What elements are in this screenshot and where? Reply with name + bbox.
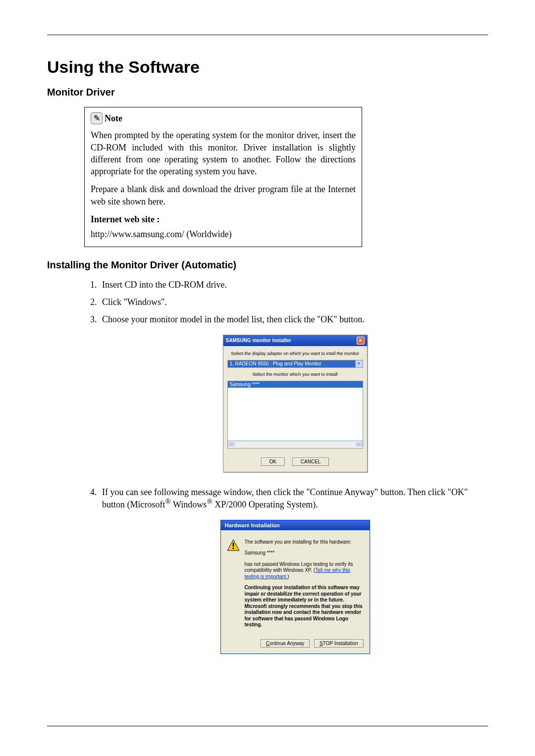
note-block: ✎ Note When prompted by the operating sy… bbox=[84, 107, 362, 247]
installer-instr1: Select the display adapter on which you … bbox=[227, 351, 363, 356]
step-3-text: Choose your monitor model in the model l… bbox=[102, 314, 365, 324]
step-4-text-b: Windows bbox=[173, 500, 207, 509]
step-4: If you can see following message window,… bbox=[99, 487, 488, 654]
step-3: Choose your monitor model in the model l… bbox=[99, 314, 488, 472]
section-monitor-driver: Monitor Driver bbox=[47, 87, 488, 98]
hw-p2: Samsung **** bbox=[245, 550, 364, 556]
section-install-auto: Installing the Monitor Driver (Automatic… bbox=[47, 259, 488, 271]
stop-installation-button[interactable]: STOP InstallationSTOP Installation bbox=[314, 639, 363, 648]
monitor-list[interactable]: Samsung **** bbox=[227, 381, 363, 441]
hw-p4: Continuing your installation of this sof… bbox=[245, 585, 364, 628]
hw-p1: The software you are installing for this… bbox=[245, 539, 364, 546]
page-title: Using the Software bbox=[47, 57, 488, 77]
reg-mark-2: ® bbox=[207, 498, 212, 505]
reg-mark-1: ® bbox=[165, 498, 171, 505]
step-4-text-c: XP/2000 Operating System). bbox=[214, 500, 318, 509]
close-icon[interactable]: × bbox=[357, 337, 365, 345]
hardware-install-dialog: Hardware Installation The software you a… bbox=[220, 520, 370, 654]
steps-list: Insert CD into the CD-ROM drive. Click "… bbox=[84, 280, 488, 654]
hardware-install-title: Hardware Installation bbox=[221, 520, 370, 530]
step-1: Insert CD into the CD-ROM drive. bbox=[99, 280, 488, 290]
top-rule bbox=[47, 35, 488, 35]
note-icon: ✎ bbox=[91, 112, 103, 124]
installer-title: SAMSUNG monitor installer bbox=[226, 338, 291, 343]
hardware-install-text: The software you are installing for this… bbox=[245, 539, 364, 633]
installer-titlebar: SAMSUNG monitor installer × bbox=[223, 335, 367, 346]
svg-rect-1 bbox=[232, 543, 234, 547]
note-header: ✎ Note bbox=[91, 112, 356, 124]
installer-instr2: Select the monitor which you want to ins… bbox=[227, 372, 363, 377]
hw-p3b: ) bbox=[287, 574, 289, 579]
internet-website-label: Internet web site : bbox=[91, 213, 356, 225]
note-label: Note bbox=[105, 112, 122, 124]
hw-p3: has not passed Windows Logo testing to v… bbox=[245, 561, 364, 580]
installer-dialog: SAMSUNG monitor installer × Select the d… bbox=[223, 335, 368, 472]
adapter-dropdown[interactable]: 1. RADEON 9550 : Plug and Play Monitor ▼ bbox=[227, 360, 363, 368]
adapter-selected: 1. RADEON 9550 : Plug and Play Monitor bbox=[228, 360, 355, 367]
scroll-right-icon[interactable]: > bbox=[356, 442, 363, 447]
warning-icon bbox=[227, 539, 240, 551]
chevron-down-icon[interactable]: ▼ bbox=[355, 360, 363, 367]
continue-anyway-button[interactable]: CContinue Anywayontinue Anyway bbox=[261, 639, 310, 648]
bottom-rule bbox=[47, 726, 488, 726]
note-para1: When prompted by the operating system fo… bbox=[91, 129, 356, 177]
svg-rect-2 bbox=[232, 548, 234, 549]
note-para2: Prepare a blank disk and download the dr… bbox=[91, 183, 356, 207]
scroll-left-icon[interactable]: < bbox=[228, 442, 235, 447]
horizontal-scrollbar[interactable]: < > bbox=[227, 441, 363, 449]
monitor-list-item[interactable]: Samsung **** bbox=[228, 381, 363, 388]
ok-button[interactable]: OK bbox=[261, 457, 285, 466]
internet-website-url: http://www.samsung.com/ (Worldwide) bbox=[91, 228, 356, 240]
cancel-button[interactable]: CANCEL bbox=[292, 457, 329, 466]
step-2: Click "Windows". bbox=[99, 297, 488, 307]
